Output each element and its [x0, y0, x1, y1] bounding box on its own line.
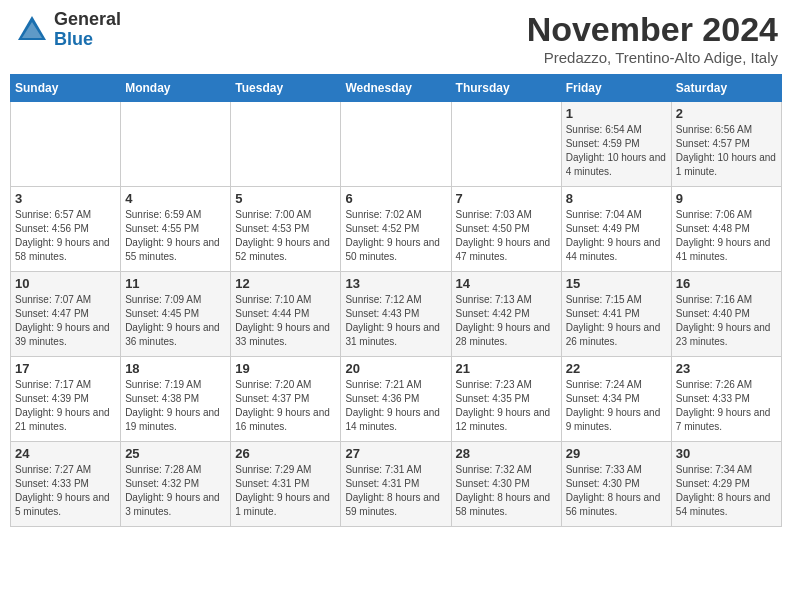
header-row: SundayMondayTuesdayWednesdayThursdayFrid… [11, 75, 782, 102]
day-info: Sunrise: 7:33 AM Sunset: 4:30 PM Dayligh… [566, 464, 661, 517]
week-row-1: 1Sunrise: 6:54 AM Sunset: 4:59 PM Daylig… [11, 102, 782, 187]
day-cell: 23Sunrise: 7:26 AM Sunset: 4:33 PM Dayli… [671, 357, 781, 442]
header-tuesday: Tuesday [231, 75, 341, 102]
day-cell: 29Sunrise: 7:33 AM Sunset: 4:30 PM Dayli… [561, 442, 671, 527]
day-number: 22 [566, 361, 667, 376]
day-cell: 11Sunrise: 7:09 AM Sunset: 4:45 PM Dayli… [121, 272, 231, 357]
title-block: November 2024 Predazzo, Trentino-Alto Ad… [527, 10, 778, 66]
day-cell: 24Sunrise: 7:27 AM Sunset: 4:33 PM Dayli… [11, 442, 121, 527]
day-info: Sunrise: 7:09 AM Sunset: 4:45 PM Dayligh… [125, 294, 220, 347]
header-monday: Monday [121, 75, 231, 102]
day-cell [121, 102, 231, 187]
day-info: Sunrise: 7:24 AM Sunset: 4:34 PM Dayligh… [566, 379, 661, 432]
day-cell [341, 102, 451, 187]
week-row-3: 10Sunrise: 7:07 AM Sunset: 4:47 PM Dayli… [11, 272, 782, 357]
day-number: 7 [456, 191, 557, 206]
day-cell: 21Sunrise: 7:23 AM Sunset: 4:35 PM Dayli… [451, 357, 561, 442]
day-info: Sunrise: 7:29 AM Sunset: 4:31 PM Dayligh… [235, 464, 330, 517]
day-cell: 27Sunrise: 7:31 AM Sunset: 4:31 PM Dayli… [341, 442, 451, 527]
day-info: Sunrise: 7:02 AM Sunset: 4:52 PM Dayligh… [345, 209, 440, 262]
day-number: 8 [566, 191, 667, 206]
day-number: 1 [566, 106, 667, 121]
day-info: Sunrise: 7:10 AM Sunset: 4:44 PM Dayligh… [235, 294, 330, 347]
day-info: Sunrise: 7:23 AM Sunset: 4:35 PM Dayligh… [456, 379, 551, 432]
page-header: General Blue November 2024 Predazzo, Tre… [10, 10, 782, 66]
day-number: 3 [15, 191, 116, 206]
logo-icon [14, 12, 50, 48]
day-cell: 30Sunrise: 7:34 AM Sunset: 4:29 PM Dayli… [671, 442, 781, 527]
day-number: 17 [15, 361, 116, 376]
day-info: Sunrise: 6:57 AM Sunset: 4:56 PM Dayligh… [15, 209, 110, 262]
day-cell: 9Sunrise: 7:06 AM Sunset: 4:48 PM Daylig… [671, 187, 781, 272]
header-friday: Friday [561, 75, 671, 102]
day-number: 13 [345, 276, 446, 291]
day-cell: 8Sunrise: 7:04 AM Sunset: 4:49 PM Daylig… [561, 187, 671, 272]
logo-general: General [54, 10, 121, 30]
day-cell: 13Sunrise: 7:12 AM Sunset: 4:43 PM Dayli… [341, 272, 451, 357]
day-cell: 15Sunrise: 7:15 AM Sunset: 4:41 PM Dayli… [561, 272, 671, 357]
day-number: 18 [125, 361, 226, 376]
day-info: Sunrise: 7:19 AM Sunset: 4:38 PM Dayligh… [125, 379, 220, 432]
day-number: 9 [676, 191, 777, 206]
day-cell [451, 102, 561, 187]
location-subtitle: Predazzo, Trentino-Alto Adige, Italy [527, 49, 778, 66]
day-number: 14 [456, 276, 557, 291]
day-number: 16 [676, 276, 777, 291]
day-cell: 4Sunrise: 6:59 AM Sunset: 4:55 PM Daylig… [121, 187, 231, 272]
week-row-2: 3Sunrise: 6:57 AM Sunset: 4:56 PM Daylig… [11, 187, 782, 272]
day-number: 2 [676, 106, 777, 121]
day-info: Sunrise: 7:06 AM Sunset: 4:48 PM Dayligh… [676, 209, 771, 262]
calendar-header: SundayMondayTuesdayWednesdayThursdayFrid… [11, 75, 782, 102]
day-info: Sunrise: 7:28 AM Sunset: 4:32 PM Dayligh… [125, 464, 220, 517]
month-title: November 2024 [527, 10, 778, 49]
day-number: 30 [676, 446, 777, 461]
day-cell: 2Sunrise: 6:56 AM Sunset: 4:57 PM Daylig… [671, 102, 781, 187]
day-info: Sunrise: 7:12 AM Sunset: 4:43 PM Dayligh… [345, 294, 440, 347]
day-cell: 7Sunrise: 7:03 AM Sunset: 4:50 PM Daylig… [451, 187, 561, 272]
day-cell: 16Sunrise: 7:16 AM Sunset: 4:40 PM Dayli… [671, 272, 781, 357]
day-cell: 19Sunrise: 7:20 AM Sunset: 4:37 PM Dayli… [231, 357, 341, 442]
day-info: Sunrise: 6:56 AM Sunset: 4:57 PM Dayligh… [676, 124, 776, 177]
day-cell: 1Sunrise: 6:54 AM Sunset: 4:59 PM Daylig… [561, 102, 671, 187]
day-info: Sunrise: 7:03 AM Sunset: 4:50 PM Dayligh… [456, 209, 551, 262]
day-info: Sunrise: 7:26 AM Sunset: 4:33 PM Dayligh… [676, 379, 771, 432]
day-cell: 14Sunrise: 7:13 AM Sunset: 4:42 PM Dayli… [451, 272, 561, 357]
calendar-body: 1Sunrise: 6:54 AM Sunset: 4:59 PM Daylig… [11, 102, 782, 527]
day-info: Sunrise: 6:54 AM Sunset: 4:59 PM Dayligh… [566, 124, 666, 177]
day-number: 24 [15, 446, 116, 461]
day-number: 23 [676, 361, 777, 376]
day-number: 19 [235, 361, 336, 376]
day-info: Sunrise: 7:31 AM Sunset: 4:31 PM Dayligh… [345, 464, 440, 517]
day-info: Sunrise: 7:21 AM Sunset: 4:36 PM Dayligh… [345, 379, 440, 432]
day-number: 5 [235, 191, 336, 206]
day-number: 26 [235, 446, 336, 461]
day-number: 15 [566, 276, 667, 291]
day-info: Sunrise: 7:04 AM Sunset: 4:49 PM Dayligh… [566, 209, 661, 262]
day-number: 6 [345, 191, 446, 206]
header-thursday: Thursday [451, 75, 561, 102]
day-info: Sunrise: 7:13 AM Sunset: 4:42 PM Dayligh… [456, 294, 551, 347]
day-number: 27 [345, 446, 446, 461]
day-number: 4 [125, 191, 226, 206]
day-info: Sunrise: 6:59 AM Sunset: 4:55 PM Dayligh… [125, 209, 220, 262]
day-number: 12 [235, 276, 336, 291]
day-number: 20 [345, 361, 446, 376]
week-row-5: 24Sunrise: 7:27 AM Sunset: 4:33 PM Dayli… [11, 442, 782, 527]
day-info: Sunrise: 7:00 AM Sunset: 4:53 PM Dayligh… [235, 209, 330, 262]
week-row-4: 17Sunrise: 7:17 AM Sunset: 4:39 PM Dayli… [11, 357, 782, 442]
logo-blue: Blue [54, 30, 121, 50]
day-cell: 5Sunrise: 7:00 AM Sunset: 4:53 PM Daylig… [231, 187, 341, 272]
day-cell [11, 102, 121, 187]
day-cell [231, 102, 341, 187]
day-info: Sunrise: 7:20 AM Sunset: 4:37 PM Dayligh… [235, 379, 330, 432]
day-cell: 22Sunrise: 7:24 AM Sunset: 4:34 PM Dayli… [561, 357, 671, 442]
day-cell: 28Sunrise: 7:32 AM Sunset: 4:30 PM Dayli… [451, 442, 561, 527]
calendar-table: SundayMondayTuesdayWednesdayThursdayFrid… [10, 74, 782, 527]
day-cell: 6Sunrise: 7:02 AM Sunset: 4:52 PM Daylig… [341, 187, 451, 272]
logo-text: General Blue [54, 10, 121, 50]
day-number: 29 [566, 446, 667, 461]
day-info: Sunrise: 7:34 AM Sunset: 4:29 PM Dayligh… [676, 464, 771, 517]
day-cell: 3Sunrise: 6:57 AM Sunset: 4:56 PM Daylig… [11, 187, 121, 272]
day-cell: 17Sunrise: 7:17 AM Sunset: 4:39 PM Dayli… [11, 357, 121, 442]
header-saturday: Saturday [671, 75, 781, 102]
